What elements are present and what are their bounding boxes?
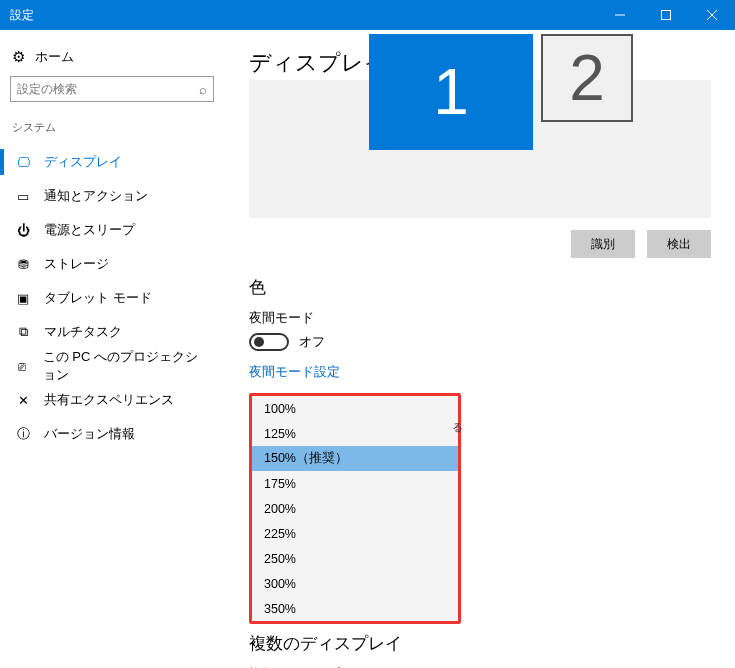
sidebar-item-label: ディスプレイ xyxy=(44,153,122,171)
detect-button[interactable]: 検出 xyxy=(647,230,711,258)
scale-option[interactable]: 300% xyxy=(252,571,458,596)
shared-icon: ✕ xyxy=(14,393,32,408)
night-mode-label: 夜間モード xyxy=(249,309,711,327)
home-label: ホーム xyxy=(35,48,74,66)
gear-icon: ⚙ xyxy=(12,48,25,66)
display-icon: 🖵 xyxy=(14,155,32,170)
sidebar-item-label: この PC へのプロジェクション xyxy=(43,348,210,384)
monitor-2[interactable]: 2 xyxy=(541,34,633,122)
sidebar-item-label: バージョン情報 xyxy=(44,425,135,443)
sidebar-item-label: 通知とアクション xyxy=(44,187,148,205)
sidebar-item-label: タブレット モード xyxy=(44,289,152,307)
sidebar-item-label: 電源とスリープ xyxy=(44,221,135,239)
sidebar-item-display[interactable]: 🖵 ディスプレイ xyxy=(10,145,214,179)
section-label: システム xyxy=(12,120,212,135)
sidebar-item-label: マルチタスク xyxy=(44,323,122,341)
minimize-button[interactable] xyxy=(597,0,643,30)
sidebar: ⚙ ホーム ⌕ システム 🖵 ディスプレイ ▭ 通知とアクション ⏻ 電源とスリ… xyxy=(0,30,225,668)
identify-button[interactable]: 識別 xyxy=(571,230,635,258)
scale-option[interactable]: 200% xyxy=(252,496,458,521)
power-icon: ⏻ xyxy=(14,223,32,238)
window-title: 設定 xyxy=(10,7,34,24)
maximize-button[interactable] xyxy=(643,0,689,30)
sidebar-item-label: 共有エクスペリエンス xyxy=(44,391,174,409)
scale-dropdown-open[interactable]: 100% 125% 150%（推奨） 175% 200% 225% 250% 3… xyxy=(249,393,461,624)
sidebar-item-shared[interactable]: ✕ 共有エクスペリエンス xyxy=(10,383,214,417)
search-input[interactable]: ⌕ xyxy=(10,76,214,102)
sidebar-item-label: ストレージ xyxy=(44,255,109,273)
search-icon: ⌕ xyxy=(199,82,207,97)
svg-rect-1 xyxy=(662,11,671,20)
tablet-icon: ▣ xyxy=(14,291,32,306)
scale-option[interactable]: 175% xyxy=(252,471,458,496)
sidebar-item-notifications[interactable]: ▭ 通知とアクション xyxy=(10,179,214,213)
multitask-icon: ⧉ xyxy=(14,324,32,340)
sidebar-item-storage[interactable]: ⛃ ストレージ xyxy=(10,247,214,281)
scale-option[interactable]: 350% xyxy=(252,596,458,621)
scale-option-selected[interactable]: 150%（推奨） xyxy=(252,446,458,471)
sidebar-item-projection[interactable]: ⎚ この PC へのプロジェクション xyxy=(10,349,214,383)
night-mode-settings-link[interactable]: 夜間モード設定 xyxy=(249,363,340,381)
projection-icon: ⎚ xyxy=(14,359,31,374)
sidebar-item-about[interactable]: ⓘ バージョン情報 xyxy=(10,417,214,451)
display-arrangement[interactable]: 1 2 xyxy=(249,80,711,218)
notification-icon: ▭ xyxy=(14,189,32,204)
sidebar-item-power[interactable]: ⏻ 電源とスリープ xyxy=(10,213,214,247)
scale-option[interactable]: 225% xyxy=(252,521,458,546)
sidebar-item-tablet[interactable]: ▣ タブレット モード xyxy=(10,281,214,315)
info-icon: ⓘ xyxy=(14,425,32,443)
monitor-1[interactable]: 1 xyxy=(369,34,533,150)
home-link[interactable]: ⚙ ホーム xyxy=(12,48,212,66)
chevron-down-icon: る xyxy=(452,420,463,435)
storage-icon: ⛃ xyxy=(14,257,32,272)
scale-option[interactable]: 100% xyxy=(252,396,458,421)
sidebar-item-multitask[interactable]: ⧉ マルチタスク xyxy=(10,315,214,349)
scale-option[interactable]: 250% xyxy=(252,546,458,571)
toggle-state: オフ xyxy=(299,333,325,351)
search-field[interactable] xyxy=(17,82,199,96)
close-button[interactable] xyxy=(689,0,735,30)
night-mode-toggle[interactable] xyxy=(249,333,289,351)
color-heading: 色 xyxy=(249,276,711,299)
main-panel: ディスプレイ 1 2 識別 検出 色 夜間モード オフ 夜間モード設定 100%… xyxy=(225,30,735,668)
multi-display-heading: 複数のディスプレイ xyxy=(249,632,711,655)
scale-option[interactable]: 125% xyxy=(252,421,458,446)
